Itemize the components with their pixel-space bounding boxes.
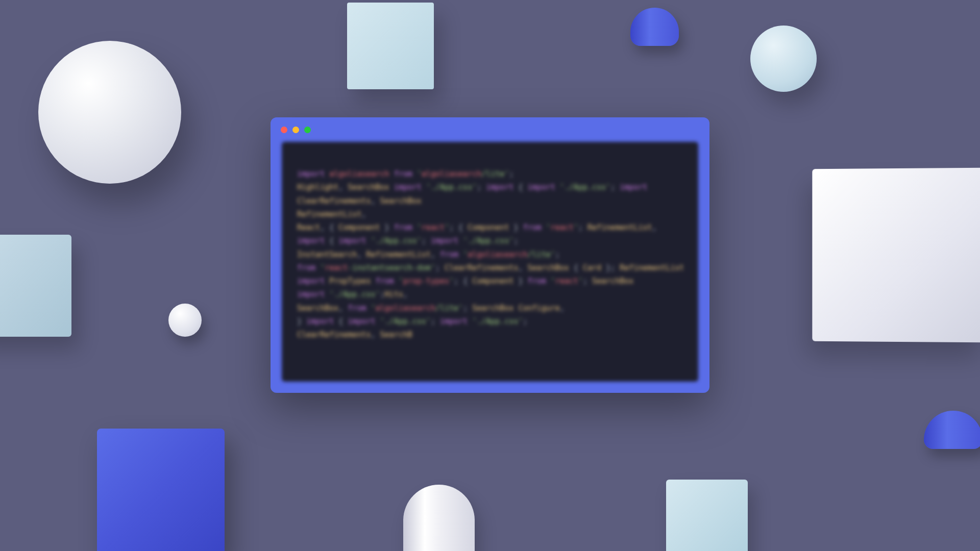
code-line: import PropTypes from 'prop-types'; { Co… [297,274,683,288]
code-line: from 'react-instantsearch-dom'; ClearRef… [297,261,683,274]
code-content-blurred: import algoliasearch from 'algoliasearch… [282,142,698,382]
code-line: import algoliasearch from 'algoliasearch… [297,167,683,181]
maximize-icon[interactable] [304,127,311,133]
code-line: import { import './App.css'; import './A… [297,234,683,247]
code-editor-window: import algoliasearch from 'algoliasearch… [271,117,709,393]
cube-white-right [812,168,980,343]
cube-lightblue-left [0,235,71,337]
cube-lightblue-top [347,3,434,89]
code-line: ClearRefinements, SearchBox [297,194,683,208]
code-line: SearchBox, from 'algoliasearch/lite'; Se… [297,302,683,315]
code-line: Highlight, SearchBox import './App.css';… [297,181,683,194]
cylinder-blue-right [924,411,980,449]
code-line: React, { Component } from 'react'; { Com… [297,221,683,234]
code-line: } import { import './App.css'; import '.… [297,315,683,328]
minimize-icon[interactable] [292,127,299,133]
cylinder-blue-top [630,8,679,46]
code-line: InstantSearch, RefinementList, from 'alg… [297,248,683,261]
cube-lightblue-bottomright [666,480,748,551]
code-line: RefinementList, [297,208,683,221]
cube-blue-bottomleft [97,429,225,551]
cylinder-white-bottom [403,485,475,551]
code-line: import './App.css';Hits, [297,288,683,301]
sphere-lightblue-topright [750,26,817,92]
close-icon[interactable] [281,127,287,133]
code-line: ClearRefinements, SearchB [297,328,683,341]
sphere-white-large [38,41,181,184]
window-titlebar [271,117,709,142]
sphere-white-small [168,304,202,337]
